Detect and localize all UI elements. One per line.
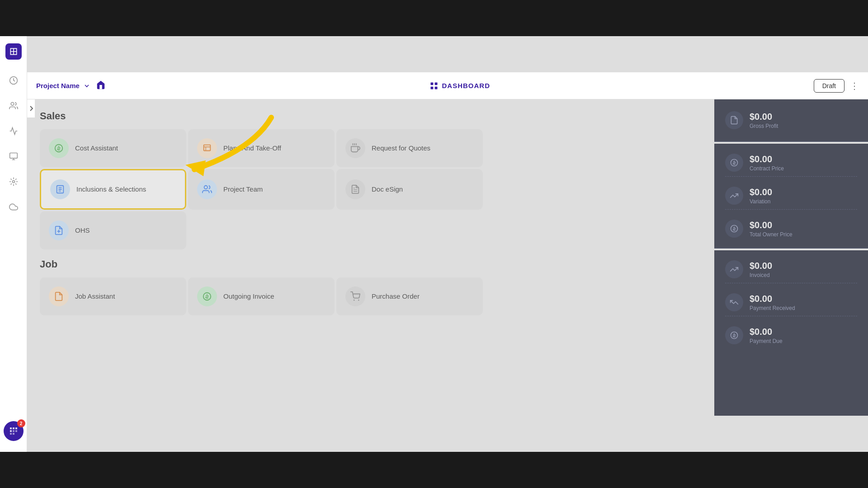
payment-received-info: $0.00 Payment Received [750,294,857,311]
job-assistant-label: Job Assistant [75,292,115,301]
sidebar-item-cloud[interactable] [5,199,22,215]
contract-price-amount: $0.00 [750,154,857,164]
svg-point-15 [731,160,738,166]
sidebar-expand-arrow[interactable] [27,99,35,117]
payment-due-label: Payment Due [750,338,857,344]
header-actions: Draft ⋮ [814,79,859,93]
payment-due-row: $0.00 Payment Due [725,322,857,349]
variation-info: $0.00 Variation [750,187,857,205]
dashboard-nav[interactable]: DASHBOARD [106,81,814,90]
project-selector[interactable]: Project Name [36,82,90,89]
project-name: Project Name [36,82,80,89]
gross-profit-label: Gross Profit [750,123,857,129]
svg-rect-6 [430,86,433,89]
menu-item-doc-esign[interactable]: Doc eSign [336,169,483,210]
inclusions-selections-label: Inclusions & Selections [76,185,146,194]
svg-rect-4 [430,82,433,85]
menu-item-ohs[interactable]: OHS [40,211,186,249]
dashboard-label: DASHBOARD [442,82,491,89]
gross-profit-info: $0.00 Gross Profit [750,112,857,129]
variation-row: $0.00 Variation [725,182,857,210]
invoiced-amount: $0.00 [750,261,857,271]
gross-profit-amount: $0.00 [750,112,857,122]
payment-received-label: Payment Received [750,305,857,311]
doc-esign-label: Doc eSign [372,185,403,194]
total-owner-icon [725,220,743,238]
svg-point-17 [731,332,738,339]
sidebar-item-settings[interactable] [5,174,22,190]
payment-received-icon [725,293,743,311]
menu-item-plans-takeoff[interactable]: Plans And Take-Off [188,129,335,167]
sidebar-item-dashboard[interactable] [5,72,22,89]
project-team-icon-circle [197,179,217,199]
sales-menu-grid: Cost Assistant Plans And Take-Off [40,129,483,249]
sales-section-title: Sales [40,110,703,122]
svg-point-14 [358,300,359,300]
menu-item-request-quotes[interactable]: Request for Quotes [336,129,483,167]
menu-item-inclusions-selections[interactable]: Inclusions & Selections [40,169,186,210]
contract-price-row: $0.00 Contract Price [725,149,857,177]
sales-section: Sales Cost Assistant [40,110,703,249]
job-section: Job Job Assistant [40,258,703,315]
svg-point-13 [354,300,354,300]
job-section-title: Job [40,258,703,270]
sidebar-item-analytics[interactable] [5,123,22,139]
total-owner-amount: $0.00 [750,220,857,230]
total-owner-row: $0.00 Total Owner Price [725,215,857,242]
gross-profit-icon [725,111,743,129]
svg-rect-5 [434,82,437,85]
variation-amount: $0.00 [750,187,857,197]
doc-esign-icon-circle [345,179,365,199]
inclusions-icon-circle [50,179,70,199]
plans-takeoff-label: Plans And Take-Off [223,144,281,153]
request-quotes-icon-circle [345,138,365,158]
project-team-label: Project Team [223,185,263,194]
top-header: Project Name DASHBOARD Draft ⋮ [27,72,868,99]
menu-item-project-team[interactable]: Project Team [188,169,335,210]
total-owner-info: $0.00 Total Owner Price [750,220,857,238]
sidebar-item-users[interactable] [5,98,22,114]
contract-price-icon [725,154,743,172]
svg-point-11 [204,186,208,189]
payment-due-amount: $0.00 [750,327,857,337]
svg-rect-7 [434,86,437,89]
variation-icon [725,187,743,205]
svg-rect-2 [9,153,17,159]
purchase-order-icon-circle [345,286,365,306]
more-options-button[interactable]: ⋮ [850,80,859,91]
menu-item-cost-assistant[interactable]: Cost Assistant [40,129,186,167]
menu-item-purchase-order[interactable]: Purchase Order [336,277,483,315]
stats-panel: $0.00 Gross Profit $0.00 Contract Price [714,99,868,416]
svg-point-1 [11,103,14,106]
svg-point-3 [12,181,14,183]
payment-received-row: $0.00 Payment Received [725,289,857,316]
menu-item-outgoing-invoice[interactable]: Outgoing Invoice [188,277,335,315]
draft-button[interactable]: Draft [814,79,844,93]
cost-assistant-icon-circle [49,138,69,158]
invoiced-label: Invoiced [750,272,857,278]
job-assistant-icon-circle [49,286,69,306]
ohs-label: OHS [75,226,90,235]
invoiced-row: $0.00 Invoiced [725,256,857,283]
sidebar-item-monitor[interactable] [5,148,22,164]
invoiced-info: $0.00 Invoiced [750,261,857,278]
contract-price-info: $0.00 Contract Price [750,154,857,172]
payment-due-icon [725,326,743,344]
outgoing-invoice-label: Outgoing Invoice [223,292,274,301]
sidebar-logo[interactable] [5,43,22,60]
notification-badge: 2 [17,419,25,427]
user-avatar[interactable]: 2 [4,421,24,441]
total-owner-label: Total Owner Price [750,231,857,238]
contract-price-label: Contract Price [750,165,857,172]
outgoing-invoice-icon-circle [197,286,217,306]
home-icon[interactable] [96,80,106,92]
menu-item-job-assistant[interactable]: Job Assistant [40,277,186,315]
sidebar: 2 [0,36,27,452]
contract-card: $0.00 Contract Price $0.00 Variation [714,144,868,249]
plans-takeoff-icon-circle [197,138,217,158]
variation-label: Variation [750,198,857,205]
purchase-order-label: Purchase Order [372,292,420,301]
payment-received-amount: $0.00 [750,294,857,304]
invoice-card: $0.00 Invoiced $0.00 Payment Received [714,250,868,416]
svg-rect-9 [204,145,211,151]
